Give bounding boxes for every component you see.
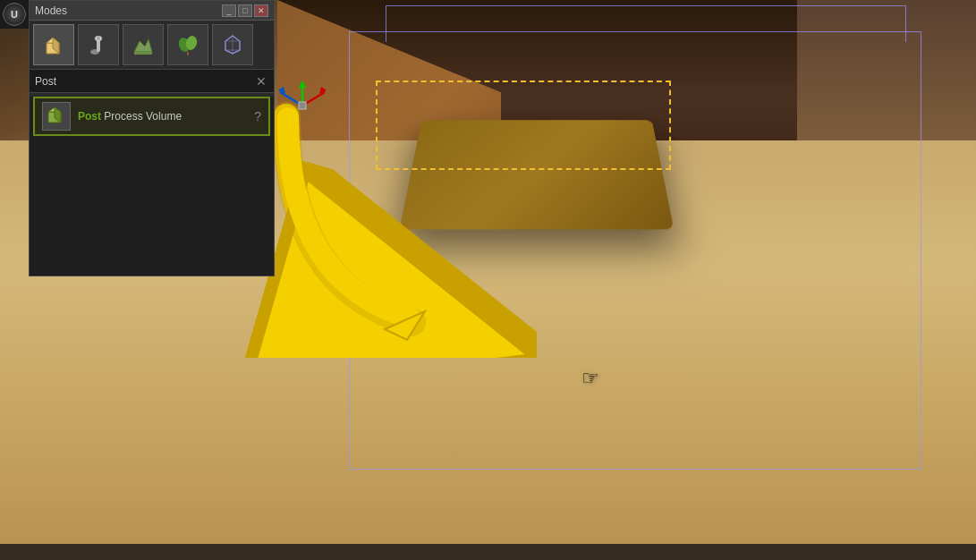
result-item-label: Post Process Volume — [78, 110, 254, 123]
result-item-icon — [42, 102, 71, 131]
mesh-mode-icon[interactable] — [212, 24, 253, 65]
minimize-button[interactable]: _ — [222, 4, 236, 17]
restore-button[interactable]: □ — [238, 4, 252, 17]
search-clear-button[interactable]: ✕ — [254, 74, 268, 89]
search-bar: ✕ — [30, 70, 274, 93]
result-suffix: Process Volume — [101, 110, 182, 123]
ue-logo-circle: U — [3, 3, 26, 26]
close-button[interactable]: ✕ — [254, 4, 268, 17]
search-input[interactable] — [35, 75, 254, 88]
modes-panel: Modes _ □ ✕ — [29, 0, 275, 276]
window-controls: _ □ ✕ — [222, 1, 268, 21]
ue-logo: U — [0, 0, 29, 29]
svg-rect-18 — [134, 52, 152, 55]
status-bar — [0, 544, 976, 560]
list-item[interactable]: Post Process Volume ? — [33, 97, 270, 136]
landscape-mode-icon[interactable] — [123, 24, 164, 65]
place-mode-icon[interactable] — [33, 24, 74, 65]
svg-marker-17 — [134, 39, 152, 52]
modes-titlebar: Modes _ □ ✕ — [30, 1, 274, 21]
svg-rect-14 — [97, 39, 100, 52]
modes-panel-title: Modes — [35, 4, 67, 17]
paint-mode-icon[interactable] — [78, 24, 119, 65]
svg-rect-16 — [97, 36, 100, 40]
result-info-button[interactable]: ? — [254, 109, 261, 123]
result-highlight: Post — [78, 110, 101, 123]
foliage-mode-icon[interactable] — [167, 24, 208, 65]
mode-icons-row — [30, 21, 274, 70]
results-list: Post Process Volume ? — [30, 97, 274, 276]
dining-table — [400, 120, 675, 229]
